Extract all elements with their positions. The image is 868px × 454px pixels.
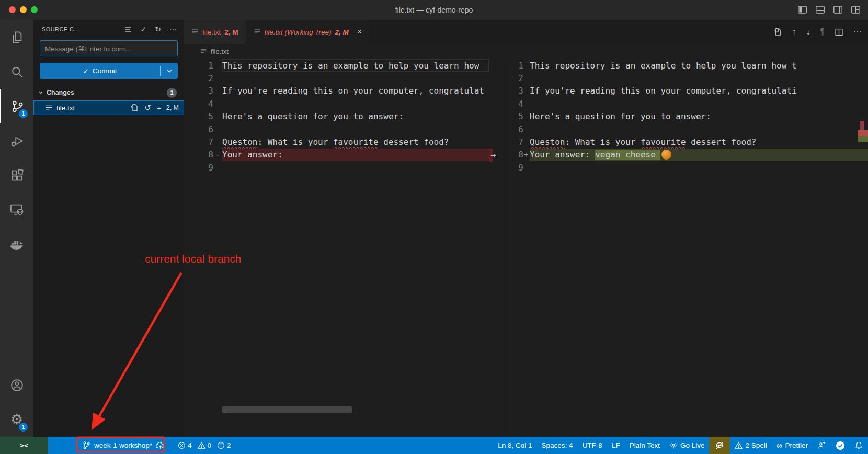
problems-indicator[interactable]: 4 0 2	[173, 437, 239, 454]
tab-file-txt[interactable]: file.txt 2, M	[184, 20, 246, 44]
person-feedback-icon	[817, 441, 826, 450]
language-mode[interactable]: Plain Text	[625, 437, 665, 454]
remote-explorer-icon	[9, 202, 24, 217]
activity-extensions[interactable]	[0, 158, 33, 192]
breadcrumb-file: file.txt	[211, 48, 229, 55]
overview-ruler[interactable]	[858, 59, 868, 437]
maximize-window-button[interactable]	[31, 6, 38, 13]
activity-settings[interactable]: ⚙ 1	[0, 402, 33, 437]
source-control-sidebar: SOURCE C... ✓ ↻ ··· Message (⌘Enter to c…	[33, 20, 184, 437]
settings-badge: 1	[19, 423, 28, 432]
close-window-button[interactable]	[9, 6, 16, 13]
commit-message-input[interactable]: Message (⌘Enter to com...	[40, 40, 178, 56]
remote-icon: ><	[20, 441, 28, 449]
revert-arrow-icon[interactable]: →	[490, 150, 496, 160]
extensions-icon	[10, 168, 24, 183]
cursor-position[interactable]: Ln 8, Col 1	[493, 437, 536, 454]
indentation[interactable]: Spaces: 4	[537, 437, 578, 454]
code-line: 6	[184, 123, 489, 135]
source-control-badge: 1	[19, 109, 28, 118]
changed-file-name: file.txt	[56, 104, 127, 112]
activity-docker[interactable]	[0, 227, 33, 262]
minimize-window-button[interactable]	[20, 6, 27, 13]
code-line: 8+Your answer: vegan cheese 🧀	[502, 149, 868, 161]
code-line: 9	[184, 161, 489, 174]
code-line: 3If you're reading this on your computer…	[184, 85, 489, 97]
whitespace-toggle-icon[interactable]: ¶	[820, 28, 825, 36]
feedback[interactable]	[813, 437, 831, 454]
code-line: 8-Your answer:	[184, 149, 489, 161]
ruler-marker	[858, 130, 868, 136]
horizontal-scrollbar[interactable]	[222, 406, 352, 413]
check-circle-icon	[836, 441, 845, 450]
more-actions-icon[interactable]: ···	[169, 25, 177, 33]
code-line: 2	[502, 72, 868, 84]
code-line: 4	[502, 97, 868, 110]
sync-status[interactable]	[831, 437, 850, 454]
activity-accounts[interactable]	[0, 368, 33, 402]
tab-badge: 2, M	[335, 28, 349, 36]
changed-file-row[interactable]: file.txt ↺ + 2, M	[33, 100, 184, 115]
copilot-disabled[interactable]	[709, 437, 730, 454]
remote-indicator[interactable]: ><	[0, 437, 48, 454]
error-icon	[178, 441, 186, 449]
open-file-icon[interactable]	[130, 104, 139, 112]
tab-label: file.txt (Working Tree)	[265, 28, 332, 36]
close-icon[interactable]: ×	[357, 27, 362, 37]
diff-original-pane[interactable]: 1This repository is an example to help y…	[184, 59, 489, 437]
view-as-list-icon[interactable]	[124, 25, 132, 33]
text-file-icon	[254, 28, 261, 36]
code-line: 7Queston: What is your favourite dessert…	[184, 135, 489, 148]
more-actions-icon[interactable]: ···	[853, 28, 862, 36]
code-line: 7Queston: What is your favourite dessert…	[502, 135, 868, 148]
commit-dropdown-button[interactable]	[161, 63, 178, 79]
broadcast-icon	[669, 441, 678, 450]
activity-run-debug[interactable]	[0, 123, 33, 158]
previous-change-icon[interactable]: ↑	[792, 28, 796, 36]
activity-explorer[interactable]	[0, 20, 33, 54]
toggle-secondary-sidebar-icon[interactable]	[833, 5, 843, 15]
diff-modified-pane[interactable]: 1This repository is an example to help y…	[502, 59, 868, 437]
code-line: 1This repository is an example to help y…	[502, 59, 868, 72]
warning-icon	[735, 441, 743, 449]
activity-source-control[interactable]: 1	[0, 89, 33, 123]
warning-icon	[198, 441, 205, 449]
spell-checker[interactable]: 2 Spell	[730, 437, 771, 454]
activity-bar: 1 ⚙ 1	[0, 20, 33, 437]
run-debug-icon	[10, 134, 24, 148]
discard-changes-icon[interactable]: ↺	[144, 103, 151, 112]
tab-file-txt-working-tree[interactable]: file.txt (Working Tree) 2, M ×	[246, 20, 370, 44]
git-branch-icon	[82, 441, 91, 450]
text-file-icon	[200, 48, 207, 55]
split-editor-icon[interactable]	[835, 28, 843, 37]
tab-label: file.txt	[202, 28, 221, 36]
commit-button[interactable]: ✓ Commit	[40, 63, 178, 79]
annotation-label: current local branch	[145, 253, 241, 265]
diff-editor: 1This repository is an example to help y…	[184, 59, 868, 437]
go-live[interactable]: Go Live	[665, 437, 710, 454]
encoding[interactable]: UTF-8	[578, 437, 607, 454]
activity-remote-explorer[interactable]	[0, 192, 33, 227]
toggle-primary-sidebar-icon[interactable]	[797, 5, 807, 15]
customize-layout-icon[interactable]	[851, 5, 861, 15]
notifications[interactable]	[850, 437, 868, 454]
error-count: 4	[188, 441, 192, 449]
next-change-icon[interactable]: ↓	[806, 28, 810, 36]
chevron-down-icon	[37, 88, 45, 97]
changes-section-header[interactable]: Changes 1	[33, 86, 184, 99]
docker-icon	[9, 237, 25, 252]
toggle-panel-icon[interactable]	[815, 5, 825, 15]
open-changes-icon[interactable]	[772, 27, 782, 37]
title-bar: file.txt — cyf-demo-repo	[0, 0, 868, 20]
branch-indicator[interactable]: week-1-workshop*	[77, 437, 170, 454]
activity-search[interactable]	[0, 54, 33, 89]
formatter-prettier[interactable]: ⊘ Prettier	[772, 437, 813, 454]
refresh-icon[interactable]: ↻	[155, 25, 161, 33]
copilot-disabled-icon	[715, 441, 724, 450]
code-line: 5Here's a question for you to answer:	[502, 110, 868, 123]
commit-action-icon[interactable]: ✓	[141, 25, 147, 33]
sidebar-title: SOURCE C...	[42, 26, 124, 32]
breadcrumb[interactable]: file.txt	[184, 44, 868, 59]
eol-sequence[interactable]: LF	[607, 437, 625, 454]
stage-changes-icon[interactable]: +	[157, 104, 162, 112]
